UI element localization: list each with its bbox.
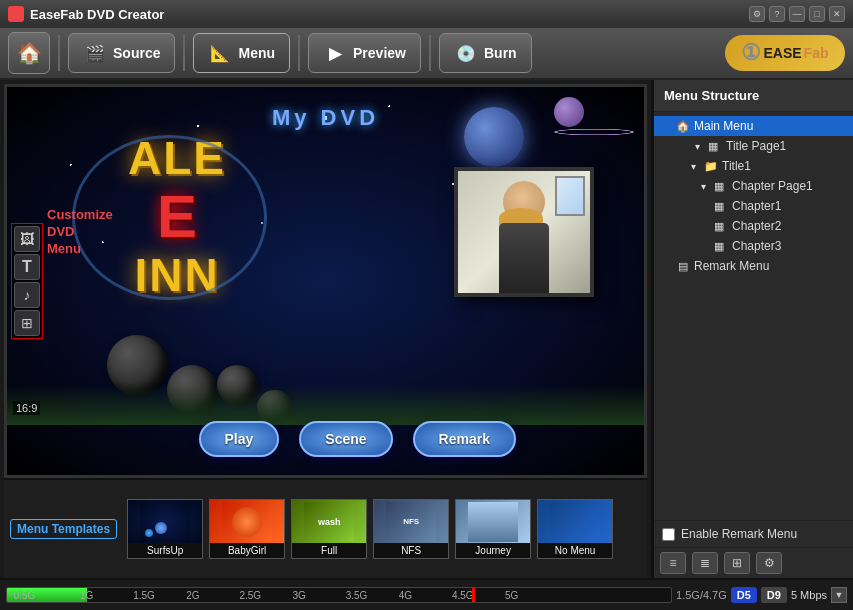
template-surfsup-image [128,500,202,543]
main-area: My DVD ALE E INN [0,80,853,578]
burn-button[interactable]: 💿 Burn [439,33,532,73]
d9-badge[interactable]: D9 [761,587,787,603]
window-controls: ⚙ ? — □ ✕ [749,6,845,22]
planet-large-icon [464,107,524,167]
scene-button[interactable]: Scene [299,421,392,457]
templates-bar: Menu Templates SurfsUp BabyGirl [4,478,647,578]
chapter-page1-label: Chapter Page1 [732,179,813,193]
video-thumbnail [454,167,594,297]
menu-structure-header: Menu Structure [654,80,853,112]
preview-button[interactable]: ▶ Preview [308,33,421,73]
template-nomenu[interactable]: No Menu [537,499,613,559]
ground-decoration [7,385,644,425]
image-tool-button[interactable]: 🖼 [14,226,40,252]
toolbar-divider3 [298,35,300,71]
label-1g: 1G [80,590,93,601]
list-view-button[interactable]: ≡ [660,552,686,574]
easefab-logo: ① EASEFab [725,35,845,71]
toolbar: 🏠 🎬 Source 📐 Menu ▶ Preview 💿 Burn ① EAS… [0,28,853,80]
menu-structure-tree: 🏠 Main Menu ▾ ▦ Title Page1 ▾ 📁 Title1 [654,112,853,520]
template-babygirl-label: BabyGirl [210,543,284,558]
play-button[interactable]: Play [199,421,280,457]
toolbar-divider2 [183,35,185,71]
chapter3-label: Chapter3 [732,239,781,253]
detail-view-button[interactable]: ≣ [692,552,718,574]
grid-tool-button[interactable]: ⊞ [14,310,40,336]
app-logo-icon [8,6,24,22]
tree-item-chapter1[interactable]: ▦ Chapter1 [654,196,853,216]
settings-button[interactable]: ⚙ [749,6,765,22]
template-nfs[interactable]: NFS NFS [373,499,449,559]
burn-label: Burn [484,45,517,61]
label-15g: 1.5G [133,590,155,601]
template-journey-label: Journey [456,543,530,558]
template-nfs-image: NFS [374,500,448,543]
chapter1-label: Chapter1 [732,199,781,213]
menu-templates-label: Menu Templates [10,519,117,539]
tree-item-chapter3[interactable]: ▦ Chapter3 [654,236,853,256]
progress-bar: 0.5G 1G 1.5G 2G 2.5G 3G 3.5G 4G 4.5G 5G [6,587,672,603]
close-button[interactable]: ✕ [829,6,845,22]
customize-dvd-menu-text: CustomizeDVDMenu [47,207,113,258]
d5-badge[interactable]: D5 [731,587,757,603]
preview-icon: ▶ [323,41,347,65]
text-tool-button[interactable]: T [14,254,40,280]
planet-small-icon [554,97,584,127]
help-button[interactable]: ? [769,6,785,22]
app-title: EaseFab DVD Creator [30,7,164,22]
brand-logo: ① EASEFab [725,35,845,71]
progress-red-marker [472,588,475,602]
progress-labels: 0.5G 1G 1.5G 2G 2.5G 3G 3.5G 4G 4.5G 5G [7,588,671,602]
template-full-image: wash [292,500,366,543]
title-page1-label: Title Page1 [726,139,786,153]
template-nomenu-image [538,500,612,543]
main-menu-label: Main Menu [694,119,753,133]
template-babygirl-image [210,500,284,543]
minimize-button[interactable]: — [789,6,805,22]
label-2g: 2G [186,590,199,601]
music-tool-button[interactable]: ♪ [14,282,40,308]
remark-menu-icon: ▤ [676,259,690,273]
tree-item-chapter-page1[interactable]: ▾ ▦ Chapter Page1 [654,176,853,196]
tree-item-remark-menu[interactable]: ▤ Remark Menu [654,256,853,276]
remark-menu-label: Remark Menu [694,259,769,273]
template-journey[interactable]: Journey [455,499,531,559]
source-label: Source [113,45,160,61]
title1-arrow-icon: ▾ [686,159,700,173]
dvd-title: My DVD [272,105,379,131]
label-4g: 4G [399,590,412,601]
home-button[interactable]: 🏠 [8,32,50,74]
video-thumb-content [458,171,590,293]
burn-icon: 💿 [454,41,478,65]
enable-remark-row: Enable Remark Menu [654,520,853,547]
source-button[interactable]: 🎬 Source [68,33,175,73]
left-panel: My DVD ALE E INN [0,80,653,578]
label-3g: 3G [293,590,306,601]
settings-view-button[interactable]: ⚙ [756,552,782,574]
mbps-text: 5 Mbps [791,589,827,601]
label-35g: 3.5G [346,590,368,601]
enable-remark-label: Enable Remark Menu [681,527,797,541]
enable-remark-checkbox[interactable] [662,528,675,541]
tree-item-main-menu[interactable]: 🏠 Main Menu [654,116,853,136]
template-babygirl[interactable]: BabyGirl [209,499,285,559]
remark-button[interactable]: Remark [413,421,516,457]
grid-view-button[interactable]: ⊞ [724,552,750,574]
template-surfsup-label: SurfsUp [128,543,202,558]
template-nomenu-label: No Menu [538,543,612,558]
template-journey-image [456,500,530,543]
menu-icon: 📐 [208,41,232,65]
template-nfs-label: NFS [374,543,448,558]
template-surfsup[interactable]: SurfsUp [127,499,203,559]
title1-label: Title1 [722,159,751,173]
tree-item-title-page1[interactable]: ▾ ▦ Title Page1 [654,136,853,156]
template-full[interactable]: wash Full [291,499,367,559]
mbps-dropdown[interactable]: ▼ [831,587,847,603]
menu-button[interactable]: 📐 Menu [193,33,290,73]
label-25g: 2.5G [239,590,261,601]
tree-item-title1[interactable]: ▾ 📁 Title1 [654,156,853,176]
chapter-page1-arrow-icon: ▾ [696,179,710,193]
menu-label: Menu [238,45,275,61]
tree-item-chapter2[interactable]: ▦ Chapter2 [654,216,853,236]
maximize-button[interactable]: □ [809,6,825,22]
